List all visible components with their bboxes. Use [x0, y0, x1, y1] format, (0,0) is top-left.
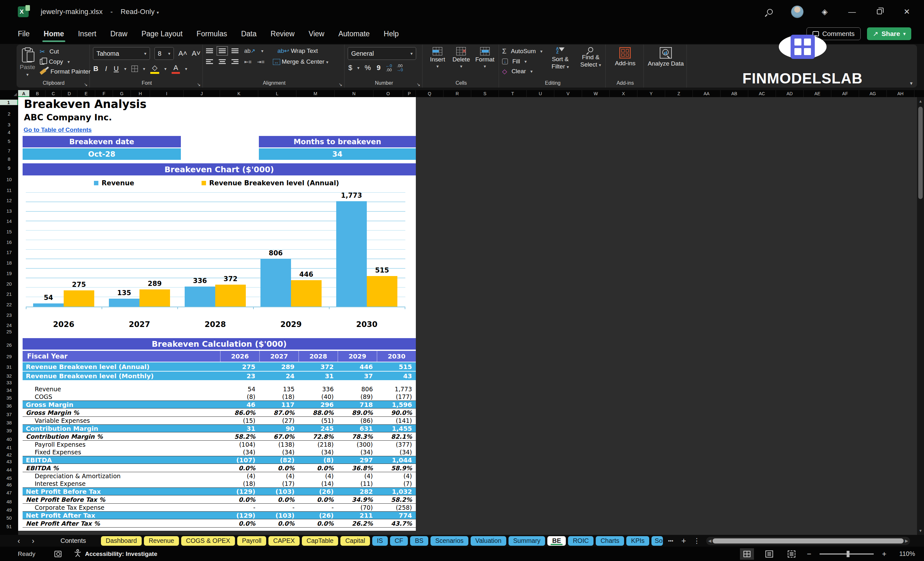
sheet-tab-so[interactable]: So	[651, 536, 663, 546]
cell-value[interactable]: 26.2%	[338, 520, 376, 527]
row-header-47[interactable]: 47	[0, 490, 18, 495]
format-cells-button[interactable]: Format▾	[473, 47, 497, 69]
font-size-select[interactable]: 8▾	[154, 47, 174, 60]
normal-view-button[interactable]	[740, 548, 754, 560]
cell-value[interactable]: (129)	[220, 488, 259, 495]
cell-value[interactable]: (177)	[376, 393, 416, 400]
cell-value[interactable]: 117	[259, 401, 298, 408]
zoom-slider[interactable]	[820, 554, 874, 555]
comma-style-button[interactable]: 9	[376, 64, 381, 72]
fill-button[interactable]: ↓Fill▾	[502, 58, 543, 65]
share-button[interactable]: ↗ Share ▾	[867, 27, 911, 40]
row-header-2[interactable]: 2	[0, 111, 18, 117]
cell-value[interactable]: 58.2%	[220, 433, 259, 440]
sheet-tab-bs[interactable]: BS	[410, 536, 428, 546]
clipboard-dialog-launcher-icon[interactable]: ↘	[84, 82, 87, 87]
cell-value[interactable]: 275	[220, 363, 259, 370]
cell-value[interactable]: 0.0%	[298, 496, 338, 503]
cell-value[interactable]: 1,044	[376, 456, 416, 464]
row-header-10[interactable]: 10	[0, 177, 18, 182]
cell-value[interactable]: (4)	[338, 472, 376, 480]
row-header-33[interactable]: 33	[0, 380, 18, 385]
next-sheet-button[interactable]: ›	[27, 537, 39, 545]
premium-gem-icon[interactable]: ◈	[818, 5, 831, 18]
row-header-19[interactable]: 19	[0, 271, 18, 276]
cell-value[interactable]: -	[298, 504, 338, 511]
cell-value[interactable]: 89.0%	[338, 409, 376, 416]
minimize-button[interactable]: —	[846, 5, 858, 18]
clear-button[interactable]: ◇Clear▾	[502, 68, 543, 75]
sheet-tab-dashboard[interactable]: Dashboard	[101, 536, 142, 546]
row-header-34[interactable]: 34	[0, 387, 18, 393]
row-header-39[interactable]: 39	[0, 428, 18, 434]
cell-value[interactable]: 46	[220, 401, 259, 408]
accessibility-status[interactable]: Accessibility: Investigate	[85, 550, 157, 558]
column-header-D[interactable]: D	[62, 90, 77, 97]
cell-value[interactable]: 87.0%	[259, 409, 298, 416]
cell-value[interactable]: 78.3%	[338, 433, 376, 440]
cell-value[interactable]: 0.0%	[259, 520, 298, 527]
zoom-out-button[interactable]: −	[807, 549, 811, 558]
column-header-Z[interactable]: Z	[665, 90, 693, 97]
collapse-ribbon-icon[interactable]: ▾	[910, 80, 912, 86]
row-header-38[interactable]: 38	[0, 420, 18, 425]
ribbon-tab-file[interactable]: File	[11, 26, 37, 41]
number-dialog-launcher-icon[interactable]: ↘	[417, 82, 420, 87]
cell-value[interactable]: (300)	[338, 441, 376, 448]
row-header-36[interactable]: 36	[0, 403, 18, 408]
cell-value[interactable]: 372	[298, 363, 338, 370]
cell-value[interactable]: 23	[220, 372, 259, 380]
align-right-icon[interactable]	[231, 59, 238, 64]
sheet-tab-captable[interactable]: CapTable	[302, 536, 339, 546]
row-header-32[interactable]: 32	[0, 373, 18, 379]
scroll-right-icon[interactable]: ▶	[905, 538, 908, 543]
cell-value[interactable]: (4)	[376, 472, 416, 480]
sheet-tab-be[interactable]: BE	[548, 536, 566, 546]
ribbon-tab-automate[interactable]: Automate	[332, 26, 376, 41]
zoom-in-button[interactable]: +	[882, 549, 886, 558]
restore-button[interactable]	[873, 5, 886, 18]
column-header-U[interactable]: U	[526, 90, 554, 97]
cell-value[interactable]: 90.0%	[376, 409, 416, 416]
align-top-icon[interactable]	[206, 48, 213, 54]
cell-value[interactable]: (40)	[298, 393, 338, 400]
alignment-dialog-launcher-icon[interactable]: ↘	[339, 82, 342, 87]
column-header-R[interactable]: R	[444, 90, 471, 97]
cell-value[interactable]: 296	[298, 401, 338, 408]
wrap-text-button[interactable]: ab↩ Wrap Text	[278, 47, 318, 54]
row-header-45[interactable]: 45	[0, 476, 18, 481]
more-sheets-button[interactable]: •••	[665, 538, 676, 544]
cell-value[interactable]: (377)	[376, 441, 416, 448]
cell-value[interactable]: (34)	[220, 448, 259, 456]
cell-value[interactable]: 0.0%	[220, 496, 259, 503]
font-color-dropdown-icon[interactable]: ▾	[185, 66, 187, 71]
paste-button[interactable]: Paste ▾	[20, 47, 35, 77]
user-avatar[interactable]	[791, 5, 804, 18]
row-header-1[interactable]: 1	[0, 100, 18, 105]
cell-value[interactable]: 72.8%	[298, 433, 338, 440]
currency-button[interactable]: $	[348, 64, 353, 72]
cell-value[interactable]: 67.0%	[259, 433, 298, 440]
cell-value[interactable]: (138)	[259, 441, 298, 448]
row-headers[interactable]: 1234578910111213141516171819202122232425…	[0, 97, 18, 535]
row-header-20[interactable]: 20	[0, 281, 18, 286]
currency-dropdown-icon[interactable]: ▾	[357, 65, 360, 70]
sheet-tab-revenue[interactable]: Revenue	[144, 536, 179, 546]
prev-sheet-button[interactable]: ‹	[13, 537, 25, 545]
fill-color-icon[interactable]: ◇	[150, 64, 159, 74]
horizontal-scroll-thumb[interactable]	[712, 538, 904, 543]
cell-value[interactable]: (4)	[220, 472, 259, 480]
align-bottom-icon[interactable]	[231, 48, 238, 54]
cell-value[interactable]: 631	[338, 425, 376, 432]
column-header-L[interactable]: L	[258, 90, 296, 97]
scroll-left-icon[interactable]: ◀	[708, 538, 711, 543]
sheet-menu-button[interactable]: ⋮	[691, 537, 702, 545]
font-color-icon[interactable]: A	[172, 64, 180, 74]
font-name-select[interactable]: Tahoma▾	[93, 47, 150, 60]
row-header-29[interactable]: 29	[0, 354, 18, 359]
column-header-Y[interactable]: Y	[638, 90, 665, 97]
cell-value[interactable]: (8)	[298, 456, 338, 464]
cell-value[interactable]: 0.0%	[259, 465, 298, 471]
column-header-K[interactable]: K	[220, 90, 258, 97]
cell-value[interactable]: 58.9%	[376, 465, 416, 471]
